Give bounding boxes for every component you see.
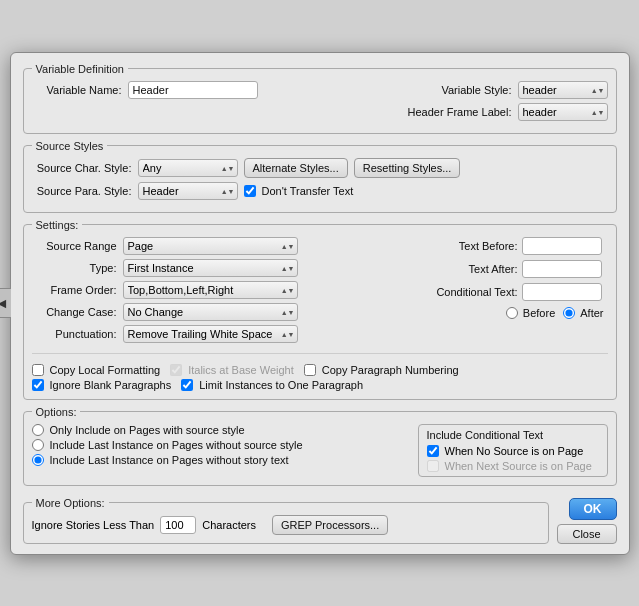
before-radio[interactable] xyxy=(506,307,518,319)
variable-style-label: Variable Style: xyxy=(441,84,511,96)
punctuation-wrap: Remove Trailing White Space None xyxy=(123,325,298,343)
ignore-blank-para-wrap: Ignore Blank Paragraphs xyxy=(32,379,172,391)
italics-base-weight-wrap: Italics at Base Weight xyxy=(170,364,294,376)
copy-local-formatting-label: Copy Local Formatting xyxy=(50,364,161,376)
source-range-select[interactable]: Page Story Document xyxy=(123,237,298,255)
before-radio-label: Before xyxy=(523,307,555,319)
radio-last-no-source-label: Include Last Instance on Pages without s… xyxy=(50,439,303,451)
header-frame-label-label: Header Frame Label: xyxy=(408,106,512,118)
radio-last-no-story[interactable] xyxy=(32,454,44,466)
radio-last-no-story-label: Include Last Instance on Pages without s… xyxy=(50,454,289,466)
italics-base-weight-checkbox[interactable] xyxy=(170,364,182,376)
change-case-select[interactable]: No Change Uppercase Lowercase xyxy=(123,303,298,321)
ok-button[interactable]: OK xyxy=(569,498,617,520)
variable-style-select[interactable]: header footer xyxy=(518,81,608,99)
source-range-wrap: Page Story Document xyxy=(123,237,298,255)
limit-instances-checkbox[interactable] xyxy=(181,379,193,391)
dont-transfer-text-label-wrap: Don't Transfer Text xyxy=(244,185,354,197)
source-range-label: Source Range xyxy=(32,240,117,252)
after-radio-label: After xyxy=(580,307,603,319)
source-styles-legend: Source Styles xyxy=(32,140,108,152)
header-frame-label-select-wrap: header footer xyxy=(518,103,608,121)
settings-legend: Settings: xyxy=(32,219,83,231)
options-section: Options: Only Include on Pages with sour… xyxy=(23,406,617,486)
left-arrow-icon: ◄ xyxy=(0,295,9,311)
ignore-stories-input[interactable] xyxy=(160,516,196,534)
characters-label: Characters xyxy=(202,519,256,531)
text-after-label: Text After: xyxy=(428,263,518,275)
after-radio[interactable] xyxy=(563,307,575,319)
punctuation-select[interactable]: Remove Trailing White Space None xyxy=(123,325,298,343)
type-wrap: First Instance Last Instance xyxy=(123,259,298,277)
limit-instances-label: Limit Instances to One Paragraph xyxy=(199,379,363,391)
when-no-source-label: When No Source is on Page xyxy=(445,445,584,457)
bottom-buttons: OK Close xyxy=(557,498,617,544)
radio-last-no-source-wrap: Include Last Instance on Pages without s… xyxy=(32,439,303,451)
radio-pages-source-wrap: Only Include on Pages with source style xyxy=(32,424,245,436)
source-char-style-select[interactable]: Any Bold xyxy=(138,159,238,177)
more-options-section: More Options: Ignore Stories Less Than C… xyxy=(23,497,549,544)
variable-style-select-wrap: header footer xyxy=(518,81,608,99)
change-case-wrap: No Change Uppercase Lowercase xyxy=(123,303,298,321)
source-para-style-select[interactable]: Header Body xyxy=(138,182,238,200)
dont-transfer-text-label: Don't Transfer Text xyxy=(262,185,354,197)
limit-instances-wrap: Limit Instances to One Paragraph xyxy=(181,379,363,391)
when-next-source-label: When Next Source is on Page xyxy=(445,460,592,472)
punctuation-label: Punctuation: xyxy=(32,328,117,340)
copy-para-numbering-checkbox[interactable] xyxy=(304,364,316,376)
source-para-style-wrap: Header Body xyxy=(138,182,238,200)
alternate-styles-button[interactable]: Alternate Styles... xyxy=(244,158,348,178)
include-conditional-text-title: Include Conditional Text xyxy=(427,429,599,441)
resetting-styles-button[interactable]: Resetting Styles... xyxy=(354,158,461,178)
close-button[interactable]: Close xyxy=(557,524,617,544)
before-radio-wrap: Before xyxy=(506,307,555,319)
dont-transfer-text-checkbox[interactable] xyxy=(244,185,256,197)
copy-para-numbering-wrap: Copy Paragraph Numbering xyxy=(304,364,459,376)
options-legend: Options: xyxy=(32,406,81,418)
left-handle[interactable]: ◄ xyxy=(0,288,11,318)
copy-para-numbering-label: Copy Paragraph Numbering xyxy=(322,364,459,376)
variable-name-input[interactable] xyxy=(128,81,258,99)
copy-local-formatting-checkbox[interactable] xyxy=(32,364,44,376)
text-before-input[interactable] xyxy=(522,237,602,255)
settings-section: Settings: Source Range Page Story Docume… xyxy=(23,219,617,400)
radio-last-no-source[interactable] xyxy=(32,439,44,451)
type-select[interactable]: First Instance Last Instance xyxy=(123,259,298,277)
header-frame-label-select[interactable]: header footer xyxy=(518,103,608,121)
include-conditional-text-box: Include Conditional Text When No Source … xyxy=(418,424,608,477)
radio-pages-source[interactable] xyxy=(32,424,44,436)
variable-definition-section: Variable Definition Variable Name: Varia… xyxy=(23,63,617,134)
change-case-label: Change Case: xyxy=(32,306,117,318)
italics-base-weight-label: Italics at Base Weight xyxy=(188,364,294,376)
conditional-text-label: Conditional Text: xyxy=(428,286,518,298)
source-char-style-wrap: Any Bold xyxy=(138,159,238,177)
ignore-stories-label: Ignore Stories Less Than xyxy=(32,519,155,531)
ignore-blank-para-label: Ignore Blank Paragraphs xyxy=(50,379,172,391)
more-options-legend: More Options: xyxy=(32,497,109,509)
ignore-blank-para-checkbox[interactable] xyxy=(32,379,44,391)
type-label: Type: xyxy=(32,262,117,274)
when-next-source-checkbox[interactable] xyxy=(427,460,439,472)
source-char-style-label: Source Char. Style: xyxy=(32,162,132,174)
variable-name-label: Variable Name: xyxy=(32,84,122,96)
grep-processors-button[interactable]: GREP Processors... xyxy=(272,515,388,535)
variable-definition-legend: Variable Definition xyxy=(32,63,128,75)
text-before-label: Text Before: xyxy=(428,240,518,252)
radio-pages-source-label: Only Include on Pages with source style xyxy=(50,424,245,436)
frame-order-select[interactable]: Top,Bottom,Left,Right Left,Right,Top,Bot… xyxy=(123,281,298,299)
main-dialog: ◄ Variable Definition Variable Name: Var… xyxy=(10,52,630,555)
after-radio-wrap: After xyxy=(563,307,603,319)
copy-local-formatting-wrap: Copy Local Formatting xyxy=(32,364,161,376)
radio-last-no-story-wrap: Include Last Instance on Pages without s… xyxy=(32,454,289,466)
when-no-source-checkbox[interactable] xyxy=(427,445,439,457)
text-after-input[interactable] xyxy=(522,260,602,278)
conditional-text-input[interactable] xyxy=(522,283,602,301)
source-para-style-label: Source Para. Style: xyxy=(32,185,132,197)
frame-order-wrap: Top,Bottom,Left,Right Left,Right,Top,Bot… xyxy=(123,281,298,299)
source-styles-section: Source Styles Source Char. Style: Any Bo… xyxy=(23,140,617,213)
frame-order-label: Frame Order: xyxy=(32,284,117,296)
